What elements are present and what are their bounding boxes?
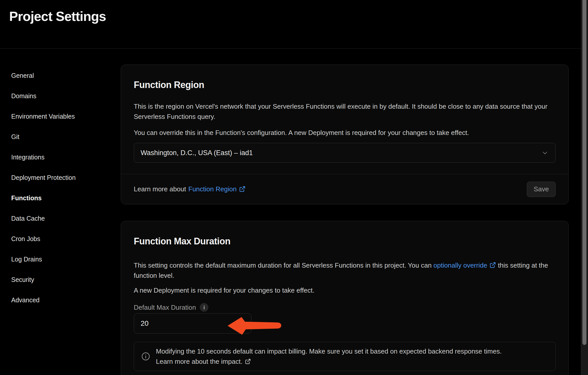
info-badge-icon[interactable]: i — [200, 303, 208, 312]
default-max-duration-label: Default Max Duration — [134, 304, 196, 311]
function-max-duration-card: Function Max Duration This setting contr… — [121, 221, 569, 375]
function-region-link[interactable]: Function Region — [188, 185, 236, 193]
external-link-icon — [245, 358, 251, 365]
function-region-description-2: You can override this in the Function's … — [134, 128, 556, 138]
note-line-2: Learn more about the impact. — [156, 356, 502, 367]
optionally-override-link[interactable]: optionally override — [433, 261, 487, 269]
sidebar-item-git[interactable]: Git — [11, 127, 111, 147]
sidebar-item-data-cache[interactable]: Data Cache — [11, 208, 111, 229]
default-max-duration-label-row: Default Max Duration i — [134, 303, 556, 312]
sidebar-item-domains[interactable]: Domains — [11, 86, 111, 106]
external-link-icon — [489, 262, 496, 269]
note-text: Modifying the 10 seconds default can imp… — [156, 346, 502, 367]
sidebar-item-environment-variables[interactable]: Environment Variables — [11, 106, 111, 127]
region-select-value: Washington, D.C., USA (East) – iad1 — [141, 149, 253, 157]
function-region-card: Function Region This is the region on Ve… — [121, 65, 569, 204]
save-button[interactable]: Save — [527, 182, 556, 197]
function-max-duration-description-1: This setting controls the default maximu… — [134, 260, 556, 281]
function-max-duration-description-2: A new Deployment is required for your ch… — [134, 285, 556, 295]
sidebar-item-functions[interactable]: Functions — [11, 188, 111, 208]
sidebar-item-log-drains[interactable]: Log Drains — [11, 249, 111, 269]
page-title: Project Settings — [9, 9, 106, 24]
function-region-card-footer: Learn more about Function Region Save — [121, 174, 568, 204]
sidebar-item-deployment-protection[interactable]: Deployment Protection — [11, 167, 111, 188]
function-region-description-1: This is the region on Vercel's network t… — [134, 101, 556, 122]
sidebar-item-integrations[interactable]: Integrations — [11, 147, 111, 167]
note-line-1: Modifying the 10 seconds default can imp… — [156, 346, 502, 356]
scrollbar-thumb[interactable] — [582, 0, 586, 345]
sidebar-item-security[interactable]: Security — [11, 269, 111, 290]
sidebar-item-advanced[interactable]: Advanced — [11, 290, 111, 310]
sidebar-item-cron-jobs[interactable]: Cron Jobs — [11, 229, 111, 249]
function-region-title: Function Region — [134, 65, 556, 90]
chevron-down-icon — [542, 149, 548, 156]
description-pre-link: This setting controls the default maximu… — [134, 261, 433, 269]
region-select[interactable]: Washington, D.C., USA (East) – iad1 — [134, 143, 556, 163]
scrollbar-track[interactable] — [581, 0, 588, 375]
impact-link[interactable]: Learn more about the impact. — [156, 358, 243, 365]
external-link-icon — [239, 186, 246, 193]
info-circle-icon — [141, 352, 150, 361]
sidebar-item-general[interactable]: General — [11, 65, 111, 86]
settings-sidebar: General Domains Environment Variables Gi… — [11, 65, 111, 310]
max-duration-input[interactable] — [134, 313, 251, 334]
page-header: Project Settings — [0, 0, 588, 48]
function-max-duration-title: Function Max Duration — [134, 221, 556, 247]
footer-learn-more-text: Learn more about — [134, 185, 186, 193]
billing-impact-note: Modifying the 10 seconds default can imp… — [134, 342, 556, 371]
